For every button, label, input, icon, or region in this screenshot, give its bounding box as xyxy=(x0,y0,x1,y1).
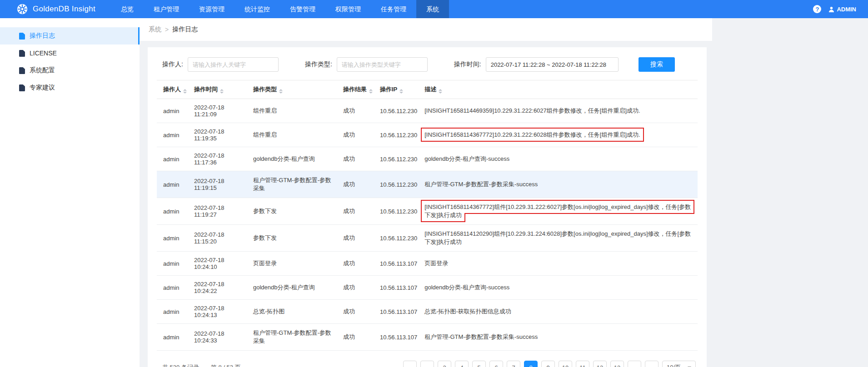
table-row-2: admin2022-07-18 11:19:35组件重启成功10.56.112.… xyxy=(157,123,698,147)
sidebar-item-label: 系统配置 xyxy=(30,66,55,74)
header-right: ? ADMIN xyxy=(813,5,856,13)
cell-type: 页面登录 xyxy=(249,252,339,276)
column-header-1[interactable]: 操作人 xyxy=(157,80,190,99)
table-row-9: admin2022-07-18 10:24:13总览-拓扑图成功10.56.11… xyxy=(157,300,698,324)
page-button-9[interactable]: 9 xyxy=(541,361,555,367)
column-header-6[interactable]: 描述 xyxy=(421,80,698,99)
first-page-button[interactable]: « xyxy=(403,361,417,367)
prev-page-button[interactable]: ‹ xyxy=(420,361,434,367)
cell-time: 2022-07-18 10:24:22 xyxy=(190,276,249,300)
nav-item-6[interactable]: 权限管理 xyxy=(325,0,371,18)
sort-icon[interactable] xyxy=(279,89,283,94)
file-icon xyxy=(19,33,25,40)
help-icon[interactable]: ? xyxy=(813,5,821,13)
table-row-1: admin2022-07-18 11:21:09组件重启成功10.56.112.… xyxy=(157,99,698,123)
cell-result: 成功 xyxy=(339,276,376,300)
top-header: GoldenDB Insight 总览租户管理资源管理统计监控告警管理权限管理任… xyxy=(0,0,868,18)
cell-description: 总览-拓扑图-获取拓扑图信息成功 xyxy=(421,300,698,324)
column-header-4[interactable]: 操作结果 xyxy=(339,80,376,99)
cell-ip: 10.56.113.107 xyxy=(376,300,421,324)
nav-item-2[interactable]: 租户管理 xyxy=(144,0,189,18)
table-row-7: admin2022-07-18 10:24:10页面登录成功10.56.113.… xyxy=(157,252,698,276)
sort-icon[interactable] xyxy=(183,89,187,94)
cell-time: 2022-07-18 11:17:36 xyxy=(190,147,249,171)
cell-description: 页面登录 xyxy=(421,252,698,276)
nav-item-8[interactable]: 系统 xyxy=(416,0,449,18)
column-header-3[interactable]: 操作类型 xyxy=(249,80,339,99)
cell-type: 租户管理-GTM-参数配置-参数采集 xyxy=(249,324,339,351)
page-button-10[interactable]: 10 xyxy=(559,361,572,367)
time-range-input[interactable] xyxy=(486,57,619,72)
nav-item-4[interactable]: 统计监控 xyxy=(234,0,280,18)
page-button-7[interactable]: 7 xyxy=(507,361,520,367)
description-text: [INSIGHT1658114120290]组件[10.229.31.224:6… xyxy=(424,230,691,245)
file-icon xyxy=(19,67,25,74)
total-records-text: 共 530 条记录 xyxy=(162,363,199,367)
page-button-13[interactable]: 13 xyxy=(610,361,624,367)
cell-time: 2022-07-18 11:19:35 xyxy=(190,123,249,147)
sort-icon[interactable] xyxy=(369,89,373,94)
search-button[interactable]: 搜索 xyxy=(639,57,675,72)
column-label: 操作时间 xyxy=(194,86,218,93)
cell-type: 租户管理-GTM-参数配置-参数采集 xyxy=(249,171,339,198)
sidebar-item-1[interactable]: 操作日志 xyxy=(0,27,140,45)
last-page-button[interactable]: » xyxy=(645,361,658,367)
page-size-select[interactable]: 10/页 xyxy=(662,361,696,367)
column-label: 操作人 xyxy=(163,86,181,93)
nav-item-3[interactable]: 资源管理 xyxy=(189,0,234,18)
cell-operator: admin xyxy=(157,276,190,300)
table-footer: 共 530 条记录 第 8 / 53 页 «‹345678910111213›»… xyxy=(157,361,698,367)
sort-icon[interactable] xyxy=(220,89,224,94)
next-page-button[interactable]: › xyxy=(628,361,641,367)
table-row-4: admin2022-07-18 11:19:15租户管理-GTM-参数配置-参数… xyxy=(157,171,698,198)
sort-icon[interactable] xyxy=(399,89,403,94)
description-annotation-box: [INSIGHT1658114367772]10.229.31.222:6028… xyxy=(424,131,640,138)
page-button-12[interactable]: 12 xyxy=(593,361,607,367)
description-text: 租户管理-GTM-参数配置-参数采集-success xyxy=(424,181,538,188)
nav-item-7[interactable]: 任务管理 xyxy=(371,0,416,18)
cell-type: goldendb分类-租户查询 xyxy=(249,147,339,171)
operation-time-label: 操作时间: xyxy=(454,60,481,69)
operator-input[interactable] xyxy=(188,57,279,72)
description-text: 总览-拓扑图-获取拓扑图信息成功 xyxy=(424,308,511,315)
page-button-8[interactable]: 8 xyxy=(524,361,538,367)
sidebar-item-2[interactable]: LICENSE xyxy=(0,45,140,62)
user-menu[interactable]: ADMIN xyxy=(828,6,856,13)
page-button-3[interactable]: 3 xyxy=(438,361,451,367)
cell-operator: admin xyxy=(157,225,190,252)
breadcrumb-parent[interactable]: 系统 xyxy=(149,25,161,34)
table-row-3: admin2022-07-18 11:17:36goldendb分类-租户查询成… xyxy=(157,147,698,171)
page-button-6[interactable]: 6 xyxy=(489,361,503,367)
file-icon xyxy=(19,50,25,57)
cell-type: 参数下发 xyxy=(249,225,339,252)
column-label: 操作类型 xyxy=(253,86,277,93)
cell-description: [INSIGHT1658114367772]10.229.31.222:6028… xyxy=(421,123,698,147)
description-text: goldendb分类-租户查询-success xyxy=(424,284,509,291)
cell-description: goldendb分类-租户查询-success xyxy=(421,147,698,171)
page-button-5[interactable]: 5 xyxy=(472,361,486,367)
page-button-4[interactable]: 4 xyxy=(455,361,469,367)
sort-icon[interactable] xyxy=(439,89,442,94)
records-summary: 共 530 条记录 第 8 / 53 页 xyxy=(162,363,241,367)
cell-description: goldendb分类-租户查询-success xyxy=(421,276,698,300)
cell-time: 2022-07-18 11:19:27 xyxy=(190,198,249,225)
description-annotation-box: [INSIGHT1658114367772]组件[10.229.31.222:6… xyxy=(424,203,691,218)
cell-time: 2022-07-18 10:24:13 xyxy=(190,300,249,324)
pagination: «‹345678910111213›» xyxy=(403,361,658,367)
cell-result: 成功 xyxy=(339,252,376,276)
cell-result: 成功 xyxy=(339,300,376,324)
column-header-2[interactable]: 操作时间 xyxy=(190,80,249,99)
breadcrumb-current: 操作日志 xyxy=(172,25,198,34)
column-header-5[interactable]: 操作IP xyxy=(376,80,421,99)
cell-ip: 10.56.112.230 xyxy=(376,123,421,147)
operation-type-input[interactable] xyxy=(337,57,428,72)
table-row-10: admin2022-07-18 10:24:33租户管理-GTM-参数配置-参数… xyxy=(157,324,698,351)
nav-item-5[interactable]: 告警管理 xyxy=(280,0,325,18)
filter-bar: 操作人: 操作类型: 操作时间: 搜索 xyxy=(157,57,698,72)
nav-item-1[interactable]: 总览 xyxy=(111,0,144,18)
description-text: 页面登录 xyxy=(424,260,448,267)
sidebar-item-3[interactable]: 系统配置 xyxy=(0,62,140,79)
sidebar-item-4[interactable]: 专家建议 xyxy=(0,79,140,96)
sidebar-menu: 操作日志LICENSE系统配置专家建议 xyxy=(0,27,140,96)
page-button-11[interactable]: 11 xyxy=(576,361,589,367)
